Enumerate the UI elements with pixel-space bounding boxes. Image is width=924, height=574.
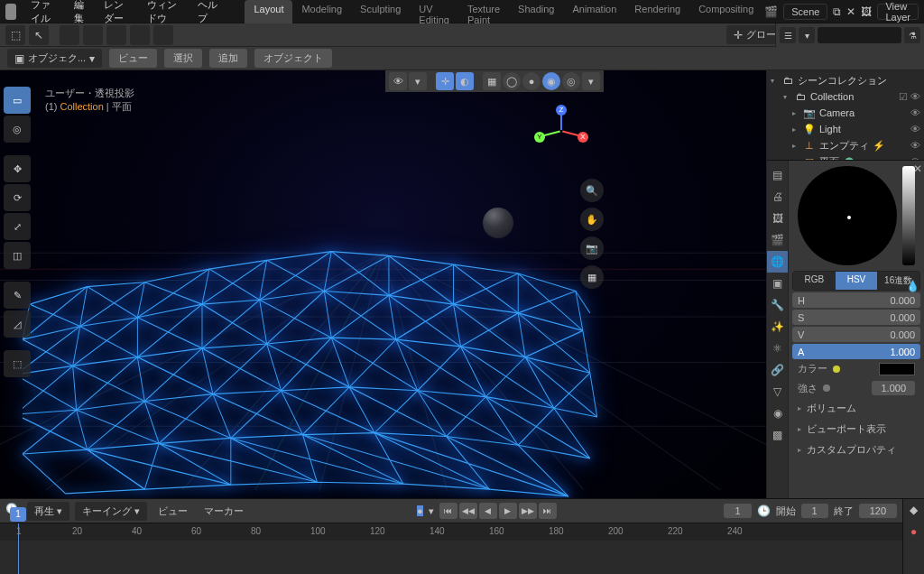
blender-logo-icon[interactable] [5,4,16,20]
display-mode-icon[interactable]: ▾ [799,27,815,43]
volume-section[interactable]: ▸ボリューム [792,398,920,419]
workspace-tab-texturepaint[interactable]: Texture Paint [458,0,509,23]
select-mode-4-icon[interactable] [130,25,150,45]
jump-end-button[interactable]: ⏭ [539,503,557,519]
val-slider[interactable]: V0.000 [792,327,920,342]
timeline-ruler[interactable]: 1 1 20 40 60 80 100 120 140 160 180 200 … [0,523,902,541]
shading-rendered-icon[interactable]: ◎ [562,72,580,90]
select-mode-2-icon[interactable] [83,25,103,45]
cursor-tool[interactable]: ◎ [4,116,31,143]
prop-tab-viewlayer[interactable]: 🖼 [767,208,788,229]
sat-slider[interactable]: S0.000 [792,310,920,325]
prop-tab-physics[interactable]: ⚛ [767,338,788,359]
gizmo-toggle-icon[interactable]: ✛ [436,72,454,90]
view-menu[interactable]: ビュー [109,49,157,68]
custom-props-section[interactable]: ▸カスタムプロパティ [792,440,920,460]
overlays-icon[interactable]: ◐ [456,72,474,90]
select-mode-1-icon[interactable] [60,25,79,45]
disclosure-triangle-icon[interactable]: ▾ [771,77,778,85]
shading-options-dropdown-icon[interactable]: ▾ [582,72,600,90]
shading-solid-icon[interactable]: ● [522,72,541,90]
cursor-tool-icon[interactable]: ↖ [29,25,49,45]
prop-tab-object[interactable]: ▣ [767,273,788,294]
outliner-editor-icon[interactable]: ☰ [780,27,796,43]
keyframe-diamond-icon[interactable]: ◆ [907,503,921,517]
play-button[interactable]: ▶ [499,503,517,519]
axis-y-handle[interactable]: Y [534,132,545,143]
workspace-tab-compositing[interactable]: Compositing [689,0,762,23]
outliner-search-input[interactable] [818,27,901,43]
jump-start-button[interactable]: ⏮ [439,503,457,519]
mode-dropdown[interactable]: ▣ オブジェク... ▾ [7,49,102,68]
outliner-empty[interactable]: ▸ ⊥ エンプティ ⚡ 👁 [771,137,920,153]
wireframe-mesh-plane[interactable] [23,199,597,498]
select-box-tool[interactable]: ▭ [4,87,31,114]
add-cube-tool[interactable]: ⬚ [4,350,31,377]
socket-dot-icon[interactable] [823,384,830,392]
current-frame-field[interactable]: 1 [724,504,751,518]
timeline-marker-menu[interactable]: マーカー [199,502,249,521]
prev-key-button[interactable]: ◀◀ [459,503,477,519]
prop-tab-particles[interactable]: ✨ [767,316,788,338]
select-mode-3-icon[interactable] [106,25,126,45]
disclosure-triangle-icon[interactable]: ▸ [792,109,799,117]
workspace-tab-shading[interactable]: Shading [509,0,563,23]
outliner-plane[interactable]: ▸ ▽ 平面 ⬤ 👁 [771,153,920,161]
prop-tab-world[interactable]: 🌐 [767,251,788,273]
color-picker[interactable] [798,166,915,265]
editor-type-icon[interactable]: ⬚ [5,25,25,45]
selectability-icon[interactable]: 👁 [389,72,407,90]
disclosure-triangle-icon[interactable]: ▸ [792,125,799,134]
playback-dropdown[interactable]: 再生 ▾ [27,502,69,521]
scene-copy-icon[interactable]: ⧉ [833,5,841,18]
xray-icon[interactable]: ▦ [483,72,501,90]
disclosure-triangle-icon[interactable]: ▸ [792,142,799,150]
prop-tab-modifiers[interactable]: 🔧 [767,294,788,316]
prop-tab-texture[interactable]: ▩ [767,424,788,446]
record-icon[interactable]: ● [907,524,921,539]
3d-viewport[interactable]: 👁 ▾ ✛ ◐ ▦ ◯ ● ◉ ◎ ▾ ▭ ◎ ✥ ⟳ ⤢ ◫ ✎ ◿ ⬚ [0,70,766,498]
object-menu[interactable]: オブジェクト [254,49,332,68]
value-slider[interactable] [902,166,915,265]
prop-tab-material[interactable]: ◉ [767,403,788,424]
alpha-slider[interactable]: A1.000 [792,344,920,359]
move-tool[interactable]: ✥ [4,155,31,182]
scene-name-field[interactable]: Scene [783,4,827,20]
workspace-tab-sculpting[interactable]: Sculpting [351,0,410,23]
scale-tool[interactable]: ⤢ [4,213,31,240]
annotate-tool[interactable]: ✎ [4,282,31,309]
prop-tab-render[interactable]: ▤ [767,164,788,186]
prop-tab-scene[interactable]: 🎬 [767,229,788,251]
workspace-tab-rendering[interactable]: Rendering [625,0,689,23]
viewport-display-section[interactable]: ▸ビューポート表示 [792,419,920,440]
outliner-vis-icons[interactable]: 👁 [910,107,920,118]
outliner-collection[interactable]: ▾ 🗀 Collection ☑ 👁 [771,88,920,105]
transform-tool[interactable]: ◫ [4,242,31,269]
zoom-icon[interactable]: 🔍 [580,179,604,202]
axis-x-handle[interactable]: X [578,132,588,143]
clock-icon[interactable]: 🕒 [757,505,771,517]
rotate-tool[interactable]: ⟳ [4,184,31,211]
autokey-options-icon[interactable]: ▾ [429,505,434,517]
prop-tab-constraints[interactable]: 🔗 [767,359,788,381]
prop-tab-mesh[interactable]: ▽ [767,381,788,403]
timeline-tracks[interactable] [0,541,902,574]
color-tab-hsv[interactable]: HSV [836,272,878,290]
color-cursor[interactable] [847,216,851,219]
select-menu[interactable]: 選択 [164,49,202,68]
hue-slider[interactable]: H0.000 [792,292,920,308]
color-swatch[interactable] [879,363,915,375]
workspace-tab-uvediting[interactable]: UV Editing [410,0,458,23]
camera-view-icon[interactable]: 📷 [580,236,604,260]
measure-tool[interactable]: ◿ [4,310,31,338]
prop-tab-output[interactable]: 🖨 [767,186,788,208]
play-reverse-button[interactable]: ◀ [479,503,497,519]
playhead-line[interactable] [18,541,19,574]
color-wheel[interactable] [798,166,897,265]
scene-delete-icon[interactable]: ✕ [846,5,855,18]
axis-z-handle[interactable]: Z [556,105,567,116]
chevron-down-icon[interactable]: ▾ [409,72,427,90]
keying-dropdown[interactable]: キーイング ▾ [75,502,147,521]
next-key-button[interactable]: ▶▶ [519,503,537,519]
workspace-tab-animation[interactable]: Animation [563,0,625,23]
